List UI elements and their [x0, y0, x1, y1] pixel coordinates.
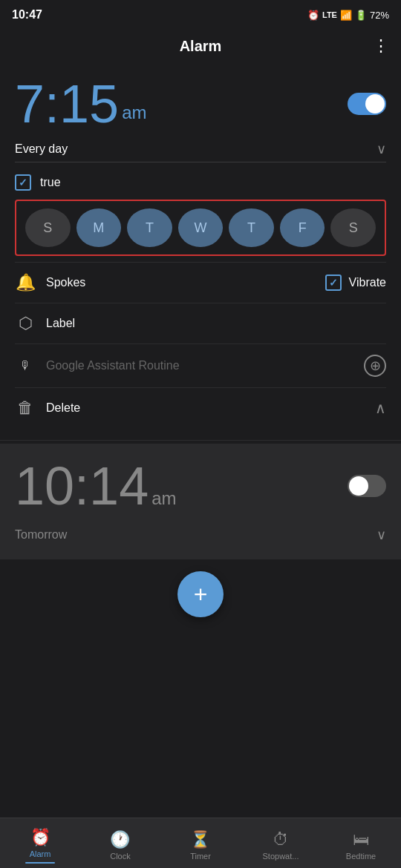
alarm2-time-row: 10:14 am [15, 456, 386, 516]
day-sunday[interactable]: S [25, 208, 71, 247]
alarm2-time-display[interactable]: 10:14 am [15, 456, 177, 516]
status-bar: 10:47 ⏰ LTE 📶 🔋 72% [0, 0, 401, 27]
alarm1-ringtone-name: Spokes [46, 276, 85, 289]
battery-percent: 72% [370, 10, 389, 21]
alarm1-repeat-checkbox[interactable] [15, 174, 31, 191]
assistant-icon: 🎙 [15, 359, 36, 372]
add-alarm-fab[interactable]: + [177, 571, 224, 617]
alarm1-time-row: 7:15 am [15, 77, 386, 131]
alarm1-days-row[interactable]: S M T W T F S [15, 200, 386, 256]
day-tuesday[interactable]: T [127, 208, 172, 247]
alarm-card-1: 7:15 am Every day ∨ true S M T W T F S [0, 65, 401, 441]
bell-icon: 🔔 [15, 273, 36, 292]
alarm1-delete-left: 🗑 Delete [15, 398, 80, 418]
signal-icon: 📶 [340, 10, 352, 21]
alarm1-freq-chevron-icon: ∨ [376, 141, 386, 157]
separator-1 [15, 162, 386, 162]
nav-alarm-label: Alarm [30, 849, 51, 858]
alarm1-delete-label: Delete [46, 401, 80, 415]
timer-nav-icon: ⏳ [190, 830, 210, 849]
alarm1-hour: 7:15 [15, 77, 119, 131]
alarm1-ampm: am [122, 102, 146, 131]
nav-item-timer[interactable]: ⏳ Timer [160, 818, 241, 868]
nav-alarm-inner: ⏰ Alarm [25, 828, 55, 864]
top-bar: Alarm ⋮ [0, 27, 401, 65]
nav-stopwatch-label: Stopwat... [263, 852, 299, 861]
bottom-nav: ⏰ Alarm 🕐 Clock ⏳ Timer ⏱ Stopwat... 🛏 B… [0, 818, 401, 868]
nav-item-clock[interactable]: 🕐 Clock [80, 818, 160, 868]
clock-nav-icon: 🕐 [110, 830, 130, 849]
status-icons: ⏰ LTE 📶 🔋 72% [307, 10, 389, 21]
nav-stopwatch-inner: ⏱ Stopwat... [263, 830, 299, 861]
label-icon: ⬡ [15, 314, 36, 333]
alarm1-label-row[interactable]: ⬡ Label [15, 303, 386, 343]
overflow-menu-button[interactable]: ⋮ [373, 36, 389, 56]
nav-item-alarm[interactable]: ⏰ Alarm [0, 818, 80, 868]
alarm2-time: 10:14 [15, 456, 149, 516]
battery-icon: 🔋 [355, 10, 367, 21]
delete-chevron-up-icon: ∧ [375, 399, 386, 417]
alarm1-repeat-label: true [40, 176, 61, 189]
alarm1-assistant-row[interactable]: 🎙 Google Assistant Routine ⊕ [15, 343, 386, 387]
nav-item-stopwatch[interactable]: ⏱ Stopwat... [241, 818, 321, 868]
alarm1-vibrate-checkbox[interactable] [325, 274, 342, 291]
alarm1-ringtone-section[interactable]: 🔔 Spokes [15, 263, 325, 303]
alarm2-ampm: am [151, 488, 176, 516]
alarm2-toggle[interactable] [348, 475, 386, 497]
alarm-card-2: 10:14 am Tomorrow ∨ [0, 444, 401, 559]
alarm1-toggle[interactable] [348, 93, 386, 115]
alarm1-ringtone-vibrate-row: 🔔 Spokes Vibrate [15, 262, 386, 303]
nav-bedtime-inner: 🛏 Bedtime [346, 830, 376, 861]
alarm1-frequency: Every day [15, 142, 68, 156]
alarm1-vibrate-section[interactable]: Vibrate [325, 264, 386, 301]
stopwatch-nav-icon: ⏱ [273, 830, 289, 849]
nav-alarm-underline [25, 862, 55, 864]
lte-icon: LTE [322, 10, 337, 19]
day-monday[interactable]: M [76, 208, 122, 247]
nav-item-bedtime[interactable]: 🛏 Bedtime [321, 818, 401, 868]
nav-clock-inner: 🕐 Clock [110, 830, 131, 861]
day-friday[interactable]: F [280, 208, 325, 247]
nav-clock-label: Clock [110, 852, 131, 861]
alarm1-assistant-text: Google Assistant Routine [46, 359, 180, 372]
assistant-add-button[interactable]: ⊕ [364, 355, 386, 377]
fab-container: + [0, 559, 401, 629]
page-title: Alarm [180, 38, 222, 55]
alarm1-repeat-row[interactable]: true [15, 168, 386, 197]
alarm1-vibrate-label: Vibrate [349, 276, 386, 289]
bedtime-nav-icon: 🛏 [353, 830, 369, 849]
nav-timer-label: Timer [190, 852, 211, 861]
alarm2-toggle-knob [349, 476, 368, 496]
alarm2-freq-row[interactable]: Tomorrow ∨ [15, 522, 386, 548]
main-content: 7:15 am Every day ∨ true S M T W T F S [0, 65, 401, 818]
alarm-status-icon: ⏰ [307, 10, 319, 21]
status-time: 10:47 [12, 8, 42, 22]
alarm2-frequency: Tomorrow [15, 528, 67, 542]
alarm1-delete-row[interactable]: 🗑 Delete ∧ [15, 387, 386, 428]
alarm1-freq-row[interactable]: Every day ∨ [15, 137, 386, 162]
alarm-nav-icon: ⏰ [30, 828, 50, 847]
day-saturday[interactable]: S [330, 208, 376, 247]
day-wednesday[interactable]: W [178, 208, 224, 247]
alarm1-time-display[interactable]: 7:15 am [15, 77, 146, 131]
day-thursday[interactable]: T [229, 208, 274, 247]
alarm1-toggle-knob [365, 94, 385, 114]
alarm1-label-text: Label [46, 317, 75, 330]
alarm2-freq-chevron-icon: ∨ [376, 527, 386, 543]
trash-icon: 🗑 [15, 398, 36, 418]
nav-bedtime-label: Bedtime [346, 852, 376, 861]
nav-timer-inner: ⏳ Timer [190, 830, 211, 861]
